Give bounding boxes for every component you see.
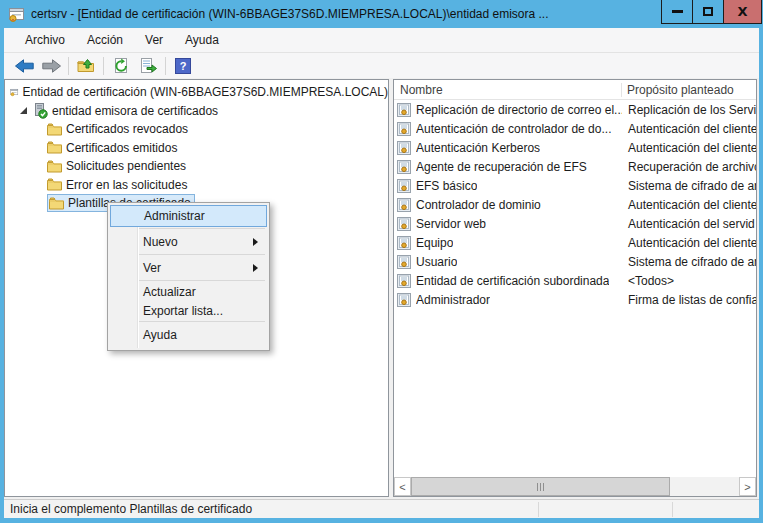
certificate-template-icon: [397, 236, 411, 250]
menu-archivo[interactable]: Archivo: [14, 29, 76, 51]
list-row[interactable]: EFS básico Sistema de cifrado de ar: [394, 176, 756, 195]
tree-item-root[interactable]: Entidad de certificación (WIN-6BBAGE37S6…: [5, 83, 388, 102]
menubar: Archivo Acción Ver Ayuda: [4, 28, 759, 52]
menu-item-label: Ver: [143, 261, 161, 275]
list-row[interactable]: Autenticación de controlador de do... Au…: [394, 119, 756, 138]
template-name: Replicación de directorio de correo el..…: [416, 103, 622, 117]
certificate-template-icon: [397, 179, 411, 193]
close-button[interactable]: X: [723, 0, 762, 24]
submenu-arrow-icon: [253, 238, 258, 246]
list-row[interactable]: Controlador de dominio Autenticación del…: [394, 195, 756, 214]
tree-item-issuing-ca[interactable]: entidad emisora de certificados: [5, 102, 388, 121]
menu-ver[interactable]: Ver: [134, 29, 174, 51]
menu-ayuda[interactable]: Ayuda: [174, 29, 230, 51]
template-name: Autenticación Kerberos: [416, 141, 540, 155]
scroll-left-button[interactable]: <: [394, 477, 411, 496]
horizontal-scrollbar[interactable]: < >: [394, 477, 756, 496]
column-header-nombre[interactable]: Nombre: [394, 83, 622, 97]
certificate-template-icon: [397, 198, 411, 212]
tree-item-label: Error en las solicitudes: [62, 178, 187, 192]
tree-item-solicitudes-pendientes[interactable]: Solicitudes pendientes: [5, 157, 388, 176]
certificate-template-icon: [397, 141, 411, 155]
template-purpose: Firma de listas de confia: [622, 293, 756, 307]
minimize-button[interactable]: [661, 0, 693, 24]
certificate-template-icon: [397, 255, 411, 269]
context-menu-item-ayuda[interactable]: Ayuda: [110, 323, 267, 346]
toolbar: ?: [4, 52, 759, 78]
template-name: EFS básico: [416, 179, 477, 193]
tree-item-label: Entidad de certificación (WIN-6BBAGE37S6…: [19, 85, 388, 99]
collapse-triangle-icon[interactable]: [20, 107, 27, 114]
list-row[interactable]: Replicación de directorio de correo el..…: [394, 100, 756, 119]
list-row[interactable]: Autenticación Kerberos Autenticación del…: [394, 138, 756, 157]
tree-item-label: Certificados revocados: [62, 122, 188, 136]
scroll-right-button[interactable]: >: [739, 477, 756, 496]
list-row[interactable]: Usuario Sistema de cifrado de ar: [394, 252, 756, 271]
template-purpose: Sistema de cifrado de ar: [622, 179, 756, 193]
toolbar-separator: [68, 57, 69, 75]
status-text: Inicia el complemento Plantillas de cert…: [4, 502, 252, 516]
toolbar-separator: [103, 57, 104, 75]
help-button[interactable]: ?: [171, 55, 195, 77]
template-name: Entidad de certificación subordinada: [416, 274, 609, 288]
statusbar: Inicia el complemento Plantillas de cert…: [4, 499, 759, 518]
statusbar-divider: [538, 502, 539, 517]
help-icon: ?: [175, 58, 191, 74]
folder-icon: [47, 178, 62, 191]
template-name: Usuario: [416, 255, 457, 269]
context-menu-item-ver[interactable]: Ver: [110, 256, 267, 279]
certificate-template-icon: [397, 217, 411, 231]
folder-icon: [47, 123, 62, 136]
certsrv-window: certsrv - [Entidad de certificación (WIN…: [0, 0, 763, 523]
up-folder-button[interactable]: [74, 55, 98, 77]
menu-separator: [139, 228, 265, 229]
context-menu-item-exportar-lista[interactable]: Exportar lista...: [110, 301, 267, 320]
template-name: Autenticación de controlador de do...: [416, 122, 611, 136]
forward-button[interactable]: [39, 55, 63, 77]
folder-icon: [49, 197, 64, 210]
list-row[interactable]: Administrador Firma de listas de confia: [394, 290, 756, 309]
context-menu-item-nuevo[interactable]: Nuevo: [110, 230, 267, 253]
list-row[interactable]: Entidad de certificación subordinada <To…: [394, 271, 756, 290]
menu-separator: [139, 254, 265, 255]
list-row[interactable]: Servidor web Autenticación del servid: [394, 214, 756, 233]
template-name: Equipo: [416, 236, 453, 250]
certificate-template-icon: [397, 274, 411, 288]
template-name: Agente de recuperación de EFS: [416, 160, 587, 174]
close-icon: X: [737, 4, 747, 19]
template-purpose: Autenticación del cliente: [622, 122, 756, 136]
tree-item-error-solicitudes[interactable]: Error en las solicitudes: [5, 176, 388, 195]
thumb-grip-icon: [543, 483, 544, 491]
back-icon: [15, 59, 34, 73]
certification-authority-icon: [10, 84, 19, 100]
tree-item-certificados-emitidos[interactable]: Certificados emitidos: [5, 139, 388, 158]
template-name: Administrador: [416, 293, 490, 307]
thumb-grip-icon: [537, 483, 538, 491]
template-purpose: Autenticación del servid: [622, 217, 756, 231]
list-row[interactable]: Equipo Autenticación del cliente: [394, 233, 756, 252]
maximize-button[interactable]: [692, 0, 724, 24]
chevron-left-icon: <: [399, 481, 405, 493]
list-row[interactable]: Agente de recuperación de EFS Recuperaci…: [394, 157, 756, 176]
export-list-button[interactable]: [136, 55, 160, 77]
template-list-pane: Nombre Propósito planteado Replicación d…: [393, 79, 757, 497]
context-menu-item-administrar[interactable]: Administrar: [110, 205, 267, 227]
template-name: Controlador de dominio: [416, 198, 541, 212]
certsrv-app-icon: [8, 6, 25, 22]
chevron-right-icon: >: [744, 481, 750, 493]
template-purpose: Autenticación del cliente: [622, 236, 756, 250]
back-button[interactable]: [12, 55, 36, 77]
context-menu: Administrar Nuevo Ver Actualizar Exporta…: [107, 202, 270, 351]
server-check-icon: [32, 103, 48, 119]
console-tree: Entidad de certificación (WIN-6BBAGE37S6…: [5, 80, 388, 213]
menu-accion[interactable]: Acción: [76, 29, 134, 51]
tree-item-label: Solicitudes pendientes: [62, 159, 186, 173]
maximize-icon: [703, 7, 713, 16]
refresh-button[interactable]: [109, 55, 133, 77]
folder-icon: [47, 141, 62, 154]
context-menu-item-actualizar[interactable]: Actualizar: [110, 282, 267, 301]
column-header-proposito[interactable]: Propósito planteado: [622, 83, 734, 97]
scrollbar-thumb[interactable]: [411, 477, 670, 496]
template-name: Servidor web: [416, 217, 486, 231]
tree-item-certificados-revocados[interactable]: Certificados revocados: [5, 120, 388, 139]
